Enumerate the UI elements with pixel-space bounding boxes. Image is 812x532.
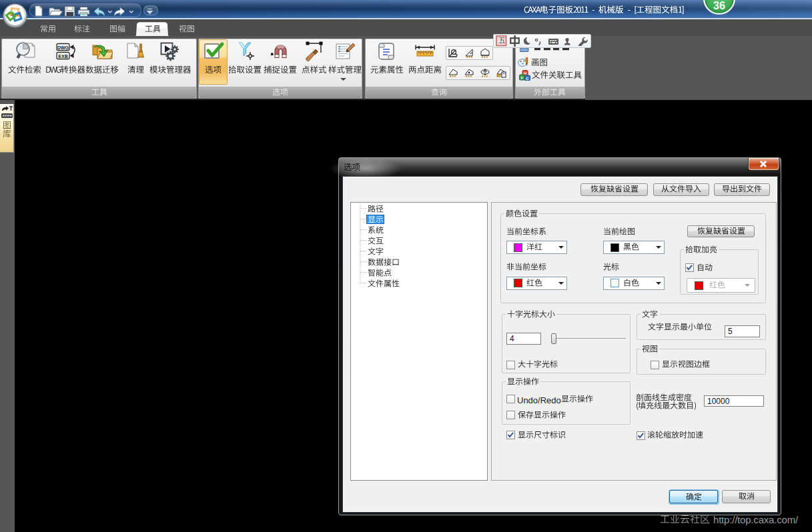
svg-text:DWG: DWG (57, 45, 69, 50)
svg-text:F: F (521, 76, 524, 80)
svg-text:EXB: EXB (58, 54, 67, 59)
svg-text:36: 36 (713, 0, 725, 11)
svg-text:C: C (526, 77, 529, 81)
